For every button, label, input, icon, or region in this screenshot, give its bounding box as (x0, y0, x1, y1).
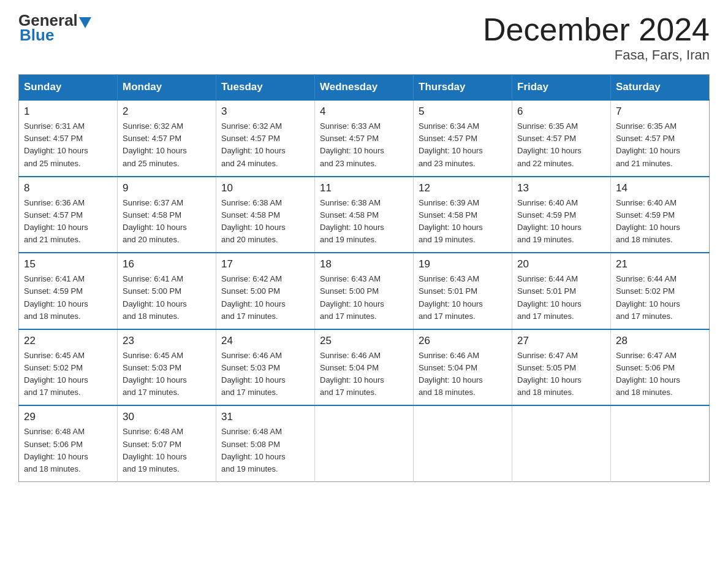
calendar-cell: 22 Sunrise: 6:45 AMSunset: 5:02 PMDaylig… (19, 329, 118, 406)
calendar-cell: 13 Sunrise: 6:40 AMSunset: 4:59 PMDaylig… (512, 177, 611, 253)
day-info: Sunrise: 6:38 AMSunset: 4:58 PMDaylight:… (221, 197, 309, 247)
calendar-cell: 15 Sunrise: 6:41 AMSunset: 4:59 PMDaylig… (19, 253, 118, 329)
day-info: Sunrise: 6:34 AMSunset: 4:57 PMDaylight:… (419, 120, 507, 170)
day-info: Sunrise: 6:47 AMSunset: 5:05 PMDaylight:… (517, 350, 605, 399)
day-number: 2 (123, 105, 211, 118)
day-info: Sunrise: 6:48 AMSunset: 5:06 PMDaylight:… (24, 426, 112, 475)
month-title: December 2024 (483, 12, 710, 47)
day-info: Sunrise: 6:40 AMSunset: 4:59 PMDaylight:… (616, 197, 704, 247)
day-info: Sunrise: 6:46 AMSunset: 5:03 PMDaylight:… (221, 350, 309, 399)
calendar-week-2: 8 Sunrise: 6:36 AMSunset: 4:57 PMDayligh… (19, 177, 710, 253)
header-thursday: Thursday (414, 75, 512, 101)
page-header: General Blue December 2024 Fasa, Fars, I… (18, 12, 710, 63)
calendar-cell (414, 405, 512, 481)
calendar-cell: 2 Sunrise: 6:32 AMSunset: 4:57 PMDayligh… (118, 100, 216, 177)
day-info: Sunrise: 6:38 AMSunset: 4:58 PMDaylight:… (320, 197, 408, 247)
header-friday: Friday (512, 75, 611, 101)
header-sunday: Sunday (19, 75, 118, 101)
calendar-cell (512, 405, 611, 481)
calendar-cell: 16 Sunrise: 6:41 AMSunset: 5:00 PMDaylig… (118, 253, 216, 329)
calendar-cell: 26 Sunrise: 6:46 AMSunset: 5:04 PMDaylig… (414, 329, 512, 406)
calendar-cell: 6 Sunrise: 6:35 AMSunset: 4:57 PMDayligh… (512, 100, 611, 177)
day-number: 17 (221, 258, 309, 270)
day-info: Sunrise: 6:41 AMSunset: 5:00 PMDaylight:… (123, 273, 211, 323)
day-number: 7 (616, 105, 704, 118)
calendar-cell: 30 Sunrise: 6:48 AMSunset: 5:07 PMDaylig… (118, 405, 216, 481)
day-number: 13 (517, 182, 605, 194)
day-number: 10 (221, 182, 309, 194)
calendar-cell: 5 Sunrise: 6:34 AMSunset: 4:57 PMDayligh… (414, 100, 512, 177)
day-number: 20 (517, 258, 605, 270)
day-info: Sunrise: 6:43 AMSunset: 5:00 PMDaylight:… (320, 273, 408, 323)
calendar-cell: 23 Sunrise: 6:45 AMSunset: 5:03 PMDaylig… (118, 329, 216, 406)
calendar-cell: 11 Sunrise: 6:38 AMSunset: 4:58 PMDaylig… (315, 177, 414, 253)
calendar-cell: 28 Sunrise: 6:47 AMSunset: 5:06 PMDaylig… (611, 329, 710, 406)
logo-triangle-icon (79, 17, 91, 28)
calendar-cell: 19 Sunrise: 6:43 AMSunset: 5:01 PMDaylig… (414, 253, 512, 329)
day-number: 12 (419, 182, 507, 194)
day-info: Sunrise: 6:35 AMSunset: 4:57 PMDaylight:… (517, 120, 605, 170)
day-info: Sunrise: 6:32 AMSunset: 4:57 PMDaylight:… (123, 120, 211, 170)
header-monday: Monday (118, 75, 216, 101)
day-number: 3 (221, 105, 309, 118)
day-number: 30 (123, 411, 211, 423)
header-saturday: Saturday (611, 75, 710, 101)
day-info: Sunrise: 6:44 AMSunset: 5:01 PMDaylight:… (517, 273, 605, 323)
day-number: 6 (517, 105, 605, 118)
day-info: Sunrise: 6:47 AMSunset: 5:06 PMDaylight:… (616, 350, 704, 399)
calendar-cell: 12 Sunrise: 6:39 AMSunset: 4:58 PMDaylig… (414, 177, 512, 253)
day-number: 15 (24, 258, 112, 270)
day-info: Sunrise: 6:32 AMSunset: 4:57 PMDaylight:… (221, 120, 309, 170)
calendar-cell: 8 Sunrise: 6:36 AMSunset: 4:57 PMDayligh… (19, 177, 118, 253)
calendar-cell: 17 Sunrise: 6:42 AMSunset: 5:00 PMDaylig… (216, 253, 315, 329)
day-number: 29 (24, 411, 112, 423)
day-number: 5 (419, 105, 507, 118)
title-area: December 2024 Fasa, Fars, Iran (483, 12, 710, 63)
day-number: 14 (616, 182, 704, 194)
calendar-cell: 9 Sunrise: 6:37 AMSunset: 4:58 PMDayligh… (118, 177, 216, 253)
logo: General Blue (18, 12, 93, 45)
calendar-cell (611, 405, 710, 481)
day-number: 11 (320, 182, 408, 194)
calendar-cell: 7 Sunrise: 6:35 AMSunset: 4:57 PMDayligh… (611, 100, 710, 177)
day-info: Sunrise: 6:43 AMSunset: 5:01 PMDaylight:… (419, 273, 507, 323)
day-info: Sunrise: 6:31 AMSunset: 4:57 PMDaylight:… (24, 120, 112, 170)
day-number: 1 (24, 105, 112, 118)
day-number: 24 (221, 335, 309, 347)
calendar-cell: 29 Sunrise: 6:48 AMSunset: 5:06 PMDaylig… (19, 405, 118, 481)
location-subtitle: Fasa, Fars, Iran (483, 47, 710, 63)
day-number: 8 (24, 182, 112, 194)
day-number: 23 (123, 335, 211, 347)
day-info: Sunrise: 6:48 AMSunset: 5:07 PMDaylight:… (123, 426, 211, 475)
day-number: 31 (221, 411, 309, 423)
day-number: 9 (123, 182, 211, 194)
day-number: 16 (123, 258, 211, 270)
calendar-cell: 24 Sunrise: 6:46 AMSunset: 5:03 PMDaylig… (216, 329, 315, 406)
day-info: Sunrise: 6:40 AMSunset: 4:59 PMDaylight:… (517, 197, 605, 247)
calendar-header-row: SundayMondayTuesdayWednesdayThursdayFrid… (19, 75, 710, 101)
day-number: 22 (24, 335, 112, 347)
calendar-cell: 14 Sunrise: 6:40 AMSunset: 4:59 PMDaylig… (611, 177, 710, 253)
calendar-cell: 4 Sunrise: 6:33 AMSunset: 4:57 PMDayligh… (315, 100, 414, 177)
calendar-cell: 27 Sunrise: 6:47 AMSunset: 5:05 PMDaylig… (512, 329, 611, 406)
day-number: 21 (616, 258, 704, 270)
calendar-cell: 20 Sunrise: 6:44 AMSunset: 5:01 PMDaylig… (512, 253, 611, 329)
calendar-cell: 1 Sunrise: 6:31 AMSunset: 4:57 PMDayligh… (19, 100, 118, 177)
day-number: 28 (616, 335, 704, 347)
calendar-cell: 31 Sunrise: 6:48 AMSunset: 5:08 PMDaylig… (216, 405, 315, 481)
header-wednesday: Wednesday (315, 75, 414, 101)
calendar-cell: 10 Sunrise: 6:38 AMSunset: 4:58 PMDaylig… (216, 177, 315, 253)
calendar-week-5: 29 Sunrise: 6:48 AMSunset: 5:06 PMDaylig… (19, 405, 710, 481)
day-info: Sunrise: 6:33 AMSunset: 4:57 PMDaylight:… (320, 120, 408, 170)
day-number: 27 (517, 335, 605, 347)
day-number: 26 (419, 335, 507, 347)
calendar-week-1: 1 Sunrise: 6:31 AMSunset: 4:57 PMDayligh… (19, 100, 710, 177)
calendar-cell: 18 Sunrise: 6:43 AMSunset: 5:00 PMDaylig… (315, 253, 414, 329)
day-number: 19 (419, 258, 507, 270)
day-info: Sunrise: 6:46 AMSunset: 5:04 PMDaylight:… (320, 350, 408, 399)
day-info: Sunrise: 6:41 AMSunset: 4:59 PMDaylight:… (24, 273, 112, 323)
day-number: 18 (320, 258, 408, 270)
day-info: Sunrise: 6:46 AMSunset: 5:04 PMDaylight:… (419, 350, 507, 399)
calendar-week-4: 22 Sunrise: 6:45 AMSunset: 5:02 PMDaylig… (19, 329, 710, 406)
day-info: Sunrise: 6:45 AMSunset: 5:02 PMDaylight:… (24, 350, 112, 399)
